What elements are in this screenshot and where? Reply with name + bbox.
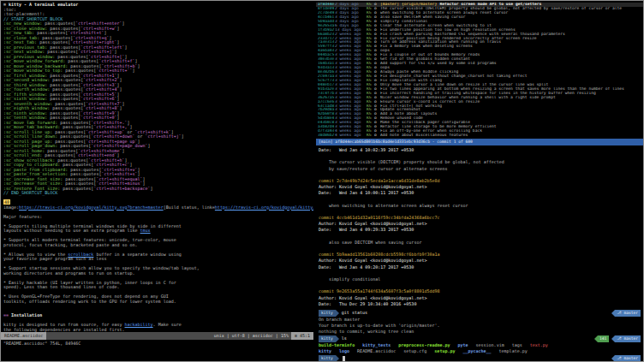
git-log-line: Author: Kovid Goyal <kovid@kovidgoyal.ne… — [319, 184, 643, 190]
text-segment: https://travis-ci.org/kovidgoyal/kitty.s… — [19, 205, 164, 210]
exit-code: 141 — [599, 336, 606, 341]
file-name: README.asciidoc — [357, 348, 396, 354]
text-segment: Installation — [11, 312, 42, 317]
typed-command: ls — [342, 335, 347, 341]
file-name: pyte — [458, 342, 468, 348]
tig-status-bar: [main] af8d44ecab65d801b6bc0ad4e1d331ebc… — [316, 139, 643, 145]
text-segment: ] — [182, 134, 184, 139]
text-segment: ] — [122, 101, 125, 106]
git-log-line: Date: Wed Jan 4 09:20:17 2017 +0530 — [319, 264, 643, 270]
file-name: setup.py — [434, 348, 455, 354]
commit-row[interactable]: 38d86b24 weeks agoKGoAdd note about misc… — [316, 134, 643, 138]
text-segment: ] — [119, 77, 122, 82]
git-log-line — [319, 197, 643, 203]
text-segment: // END_SHORTCUT_BLOCK — [3, 190, 57, 195]
text-segment: ] — [116, 26, 119, 31]
git-log-line: Author: Kovid Goyal <kovid@kovidgoyal.ne… — [319, 258, 643, 264]
text-segment: . Make sure — [153, 322, 182, 327]
file-name: logo — [339, 348, 349, 354]
command-output-line: nothing to commit, working tree clean — [319, 329, 641, 335]
file-name: tags — [512, 342, 522, 348]
git-log-line: commit 5b9aadd13561b60208cdcb5598cf6bbfb… — [319, 252, 643, 258]
text-segment: layouts without needing to use an extra … — [3, 228, 140, 233]
file-name: template.py — [499, 348, 528, 354]
kitty-terminal-window: = kitty - A terminal emulator:toc::toc-p… — [0, 0, 644, 362]
command-output-line: Your branch is up-to-date with 'origin/m… — [319, 323, 641, 329]
vim-statusline: README.asciidoc unix | utf-8 | asciidoc … — [1, 332, 313, 340]
git-log-line: Date: Wed Jan 4 10:00:11 2017 +0530 — [319, 190, 643, 196]
text-segment: speed). Less than ten thousand lines of … — [3, 284, 119, 289]
git-log-line — [319, 270, 643, 276]
git-log-view[interactable]: Date: Wed Jan 4 10:02:39 2017 +0530 The … — [316, 145, 643, 308]
text-segment: buffer in a separate window using — [93, 252, 181, 257]
git-log-line: commit 4ccb461d1d32a0116f59cc34bfda24368… — [319, 215, 643, 221]
editor-pane-filler — [1, 347, 313, 361]
shell-pane[interactable]: kittygit status⎇ masterOn branch masterY… — [316, 308, 643, 361]
command-output-line: On branch master — [319, 317, 641, 323]
git-log-line: simplify conditional — [319, 276, 643, 282]
tig-main-view[interactable]: af8d44e2 days agoKGo[master] {origin/mas… — [316, 1, 643, 139]
prompt-cwd-segment: kitty — [319, 310, 336, 317]
text-segment: ] — [148, 143, 151, 148]
file-name: preprocess-readme.py — [398, 342, 450, 348]
text-segment: working directories and programs to run … — [3, 270, 135, 276]
git-log-line — [319, 234, 643, 240]
file-name: session.vim — [476, 342, 504, 348]
statusline-filename: README.asciidoc — [1, 332, 46, 340]
git-branch-badge: ⎇ master — [615, 335, 641, 342]
text-segment: tmux — [140, 228, 151, 233]
text-segment: https://travis-ci.org/kovidgoyal/kitty/ — [215, 205, 313, 210]
file-name: build-terminfo — [319, 342, 355, 348]
shell-prompt-line[interactable]: kittyls141⎇ master — [319, 335, 641, 342]
git-log-line — [319, 282, 643, 288]
git-log-line — [319, 246, 643, 252]
file-name: text.py — [530, 342, 548, 348]
text-segment: [Build status, link= — [164, 205, 215, 210]
git-branch-badge: ⎇ master — [615, 310, 641, 317]
statusline-fileinfo: unix | utf-8 | asciidoc | 15% — [212, 332, 291, 340]
ls-output-row: build-terminfokitty_testspreprocess-read… — [319, 342, 641, 348]
git-log-line — [319, 172, 643, 178]
branch-name: master — [623, 356, 638, 360]
commit-date: 4 weeks ago — [335, 134, 367, 138]
text-segment: protocol, focus tracking, bracketed past… — [3, 242, 138, 247]
shell-prompt-line[interactable]: kittygit status⎇ master — [319, 309, 641, 317]
shell-prompt-line[interactable]: kitty⎇ master — [319, 354, 641, 361]
text-segment: toolkits, offloads rendering work to the… — [3, 299, 176, 304]
branch-name: master — [623, 336, 638, 341]
git-log-line: commit 9e2653a55a1744f634a5607f3c5a0f880… — [319, 288, 643, 294]
text-segment: `ctrl+shift+backspace` — [93, 186, 150, 191]
text-segment: hackability — [124, 322, 152, 327]
file-name: __pycache__ — [462, 348, 491, 354]
editor-buffer: = kitty - A terminal emulator:toc::toc-p… — [1, 1, 313, 332]
text-segment: your favorite pager program such as less — [3, 256, 106, 261]
prompt-cwd-segment: kitty — [319, 335, 336, 342]
commit-hash: 38d86b2 — [316, 134, 335, 138]
git-log-line — [319, 209, 643, 215]
text-segment: pass:quotes[ — [60, 186, 93, 191]
exit-code-badge: 141 — [598, 335, 609, 342]
text-segment: ] — [138, 63, 140, 68]
editor-pane[interactable]: = kitty - A terminal emulator:toc::toc-p… — [1, 1, 316, 361]
file-name: kitty — [319, 348, 331, 354]
branch-name: master — [623, 311, 638, 315]
git-branch-badge: ⎇ master — [615, 355, 641, 362]
text-segment: ] — [119, 105, 122, 110]
git-log-line: Date: Thu Dec 29 10:34:40 2016 +0530 — [319, 301, 643, 307]
prompt-cwd-segment: kitty — [319, 355, 336, 362]
git-log-line: The cursor visible (DECTCEM) property sh… — [319, 159, 643, 165]
text-segment: `ctrl+shift+j` — [146, 134, 182, 139]
git-log-line: also save DECTCEM when saving cursor — [319, 240, 643, 246]
right-column: af8d44e2 days agoKGo[master] {origin/mas… — [316, 1, 643, 361]
text-segment: ] — [122, 148, 125, 153]
git-log-line: Author: Kovid Goyal <kovid@kovidgoyal.ne… — [319, 295, 643, 301]
git-log-line: when switching to alternate screen alway… — [319, 203, 643, 209]
git-log-line: by save/restore of cursor or alternate s… — [319, 166, 643, 172]
typed-command: git status — [342, 310, 367, 316]
text-segment: ] — [151, 186, 153, 191]
git-log-line: commit 2c7de49b7d24c5ecda1e1acca6d31de8a… — [319, 178, 643, 184]
vim-message-line: "README.asciidoc" 754L, 84946C — [1, 340, 313, 347]
terminal-cursor — [343, 356, 345, 361]
file-name: kitty_tests — [362, 342, 391, 348]
git-log-line: Author: Kovid Goyal <kovid@kovidgoyal.ne… — [319, 221, 643, 227]
